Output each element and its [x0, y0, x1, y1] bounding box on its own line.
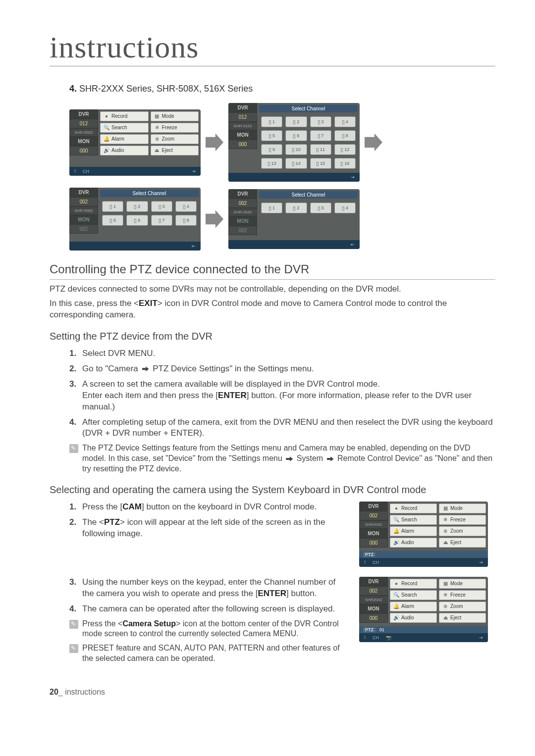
back-icon[interactable]: ⇤ — [190, 244, 198, 249]
zoom-button[interactable]: ⊕Zoom — [439, 602, 486, 611]
series-text: SHR-2XXX Series, SHR-508X, 516X Series — [79, 84, 253, 94]
dvr-screen-2: DVR 012 SHR-5162 MON 000 Select Channel … — [228, 103, 360, 182]
zoom-button[interactable]: ⊕Zoom — [439, 526, 486, 536]
h3-selecting-operating: Selecting and operating the camera using… — [50, 484, 495, 496]
eject-icon: ⏏ — [154, 148, 160, 153]
zoom-icon: ⊕ — [442, 604, 448, 609]
select-channel-header: Select Channel — [259, 105, 358, 112]
mode-button[interactable]: ▦Mode — [151, 111, 199, 121]
channel-chip[interactable]: 4 — [334, 202, 356, 213]
mon-label: MON — [69, 137, 98, 146]
ch-label: CH — [371, 560, 381, 565]
freeze-button[interactable]: ❄Freeze — [151, 123, 199, 133]
audio-icon: 🔊 — [393, 540, 399, 546]
channel-chip[interactable]: 1 — [261, 202, 282, 213]
audio-button[interactable]: 🔊Audio — [390, 613, 437, 623]
arrow-inline-icon — [142, 366, 149, 371]
ptz-badge: PTZ — [363, 552, 375, 557]
channel-chip[interactable]: 8 — [175, 215, 197, 226]
mode-button[interactable]: ▦Mode — [439, 579, 486, 589]
channel-chip[interactable]: 5 — [102, 215, 123, 226]
ptz-icon[interactable]: ⟟ — [362, 635, 368, 640]
note: PRESET feature and SCAN, AUTO PAN, PATTE… — [50, 643, 349, 664]
search-button[interactable]: 🔍Search — [390, 515, 437, 525]
eject-icon: ⏏ — [442, 615, 448, 621]
eject-button[interactable]: ⏏Eject — [439, 613, 486, 623]
channel-chip[interactable]: 12 — [334, 144, 356, 155]
channel-chip[interactable]: 7 — [310, 130, 331, 141]
screenshot-row-2: DVR 002 SHR-5082 MON 002 Select Channel … — [69, 188, 495, 251]
arrow-inline-icon — [327, 456, 334, 461]
list-item: 4.After completing setup of the camera, … — [50, 417, 495, 440]
alarm-button[interactable]: 🔔Alarm — [100, 134, 149, 144]
page-footer-label: instructions — [65, 688, 105, 696]
audio-button[interactable]: 🔊Audio — [390, 538, 437, 548]
series-number: 4. — [69, 84, 77, 94]
alarm-button[interactable]: 🔔Alarm — [390, 602, 437, 611]
freeze-icon: ❄ — [154, 125, 160, 131]
record-button[interactable]: ●Record — [390, 579, 437, 589]
channel-chip[interactable]: 6 — [126, 215, 148, 226]
dvr-screen-1: DVR 012 SHR-5082 MON 000 ●Record ▦Mode 🔍… — [69, 109, 201, 176]
exit-icon[interactable]: ⇥ — [349, 175, 357, 180]
zoom-icon: ⊕ — [154, 136, 160, 142]
search-icon: 🔍 — [104, 125, 109, 131]
channel-chip[interactable]: 16 — [334, 158, 356, 169]
record-icon: ● — [104, 113, 109, 119]
channel-chip[interactable]: 13 — [261, 158, 282, 169]
freeze-button[interactable]: ❄Freeze — [439, 590, 486, 600]
list-item: 4.The camera can be operated after the f… — [50, 604, 349, 615]
list-item: 2.Go to "Camera PTZ Device Settings" in … — [50, 363, 495, 375]
channel-chip[interactable]: 4 — [175, 201, 197, 212]
arrow-inline-icon — [286, 456, 293, 461]
note-icon — [69, 644, 78, 653]
channel-chip[interactable]: 2 — [126, 201, 148, 212]
channel-chip[interactable]: 4 — [334, 116, 356, 127]
alarm-button[interactable]: 🔔Alarm — [390, 526, 437, 536]
eject-button[interactable]: ⏏Eject — [151, 146, 199, 155]
audio-button[interactable]: 🔊Audio — [100, 146, 149, 155]
channel-chip[interactable]: 2 — [285, 116, 307, 127]
mode-icon: ▦ — [442, 505, 448, 511]
note-icon — [69, 620, 78, 629]
audio-icon: 🔊 — [393, 615, 399, 621]
channel-chip[interactable]: 2 — [285, 202, 307, 213]
mode-button[interactable]: ▦Mode — [439, 504, 486, 513]
ptz-badge: PTZ — [363, 627, 375, 632]
exit-icon[interactable]: ⇥ — [477, 635, 485, 640]
record-icon: ● — [393, 505, 399, 511]
exit-icon[interactable]: ⇥ — [190, 169, 198, 174]
record-button[interactable]: ●Record — [390, 504, 437, 513]
search-button[interactable]: 🔍Search — [390, 590, 437, 600]
channel-chip[interactable]: 1 — [261, 116, 282, 127]
channel-chip[interactable]: 6 — [285, 130, 307, 141]
channel-chip[interactable]: 10 — [285, 144, 307, 155]
alarm-icon: 🔔 — [393, 528, 399, 534]
channel-chip[interactable]: 9 — [261, 144, 282, 155]
alarm-icon: 🔔 — [393, 604, 399, 609]
freeze-icon: ❄ — [442, 592, 448, 598]
channel-chip[interactable]: 1 — [102, 201, 123, 212]
channel-chip[interactable]: 3 — [310, 116, 331, 127]
channel-chip[interactable]: 8 — [334, 130, 356, 141]
exit-icon[interactable]: ⇥ — [477, 560, 485, 565]
channel-chip[interactable]: 3 — [151, 201, 172, 212]
ptz-icon[interactable]: ⟟ — [362, 559, 368, 565]
channel-chip[interactable]: 5 — [261, 130, 282, 141]
eject-button[interactable]: ⏏Eject — [439, 538, 486, 548]
channel-chip[interactable]: 15 — [310, 158, 331, 169]
channel-chip[interactable]: 3 — [310, 202, 331, 213]
page-title: instructions — [50, 30, 495, 65]
dvr-footer: ⇤ — [69, 242, 201, 251]
page-footer: 20_ instructions — [50, 688, 495, 697]
freeze-button[interactable]: ❄Freeze — [439, 515, 486, 525]
zoom-button[interactable]: ⊕Zoom — [151, 134, 199, 144]
ptz-icon[interactable]: ⟟ — [72, 168, 78, 174]
search-button[interactable]: 🔍Search — [100, 123, 149, 133]
camera-setup-icon[interactable]: 📷 — [384, 635, 393, 640]
channel-chip[interactable]: 7 — [151, 215, 172, 226]
back-icon[interactable]: ⇤ — [349, 242, 357, 247]
record-button[interactable]: ●Record — [100, 111, 149, 121]
channel-chip[interactable]: 11 — [310, 144, 331, 155]
channel-chip[interactable]: 14 — [285, 158, 307, 169]
